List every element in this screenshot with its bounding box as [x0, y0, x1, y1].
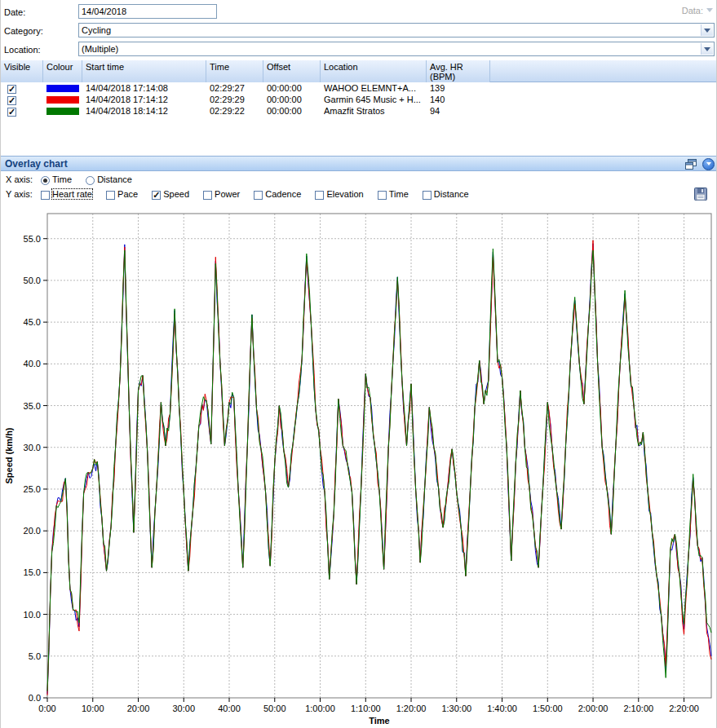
table-row[interactable]: 14/04/2018 17:14:12 02:29:29 00:00:00 Ga…: [1, 95, 717, 106]
svg-text:1:50:00: 1:50:00: [533, 704, 563, 713]
column-header-start-time[interactable]: Start time: [82, 60, 206, 82]
pace-checkbox[interactable]: [106, 191, 115, 200]
data-expander-icon[interactable]: [706, 6, 715, 16]
category-label: Category:: [4, 24, 43, 38]
overlay-chart-titlebar: Overlay chart: [1, 156, 717, 171]
svg-text:15.0: 15.0: [24, 567, 41, 577]
svg-text:2:10:00: 2:10:00: [623, 704, 653, 713]
location-select[interactable]: (Multiple): [78, 42, 715, 56]
column-header-avg-hr[interactable]: Avg. HR (BPM): [427, 60, 490, 82]
elevation-checkbox-label: Elevation: [326, 189, 363, 199]
heart-rate-checkbox[interactable]: [41, 191, 50, 200]
location-label: Location:: [4, 43, 41, 56]
detach-window-icon[interactable]: [685, 159, 697, 170]
yaxis-option-speed: Speed: [152, 188, 189, 201]
svg-text:1:20:00: 1:20:00: [396, 704, 427, 713]
column-header-location[interactable]: Location: [321, 60, 427, 82]
svg-text:0:00: 0:00: [38, 704, 55, 713]
speed-chart[interactable]: 0:0010:0020:0030:0040:0050:001:00:001:10…: [1, 205, 717, 728]
power-checkbox-label: Power: [215, 189, 240, 199]
offset-cell: 00:00:00: [267, 106, 321, 117]
date-input[interactable]: 14/04/2018: [78, 4, 217, 19]
svg-text:55.0: 55.0: [24, 234, 41, 244]
app-window: Date: 14/04/2018 Data: Category: Cycling…: [0, 0, 717, 728]
table-row[interactable]: 14/04/2018 18:14:12 02:29:22 00:00:00 Am…: [1, 106, 717, 117]
heart-rate-checkbox-label: Heart rate: [52, 189, 92, 199]
location-cell: Garmin 645 Music + H...: [324, 95, 427, 106]
location-value: (Multiple): [82, 44, 118, 54]
yaxis-option-pace: Pace: [106, 188, 138, 201]
distance-radio[interactable]: [86, 176, 95, 185]
cadence-checkbox-label: Cadence: [265, 189, 301, 199]
overlay-chart-canvas[interactable]: 0:0010:0020:0030:0040:0050:001:00:001:10…: [1, 205, 717, 728]
xaxis-option-distance: Distance: [86, 174, 132, 186]
yaxis-option-cadence: Cadence: [254, 188, 301, 201]
location-cell: Amazfit Stratos: [324, 106, 427, 117]
svg-text:Speed (km/h): Speed (km/h): [4, 427, 14, 483]
location-cell: WAHOO ELEMNT+A...: [324, 83, 427, 95]
yaxis-option-power: Power: [203, 188, 240, 201]
start-time-cell: 14/04/2018 17:14:12: [86, 95, 206, 106]
visible-checkbox[interactable]: [7, 108, 16, 117]
power-checkbox[interactable]: [203, 191, 212, 200]
category-select[interactable]: Cycling: [78, 23, 715, 38]
column-header-time[interactable]: Time: [206, 60, 263, 82]
svg-text:1:40:00: 1:40:00: [487, 704, 517, 713]
date-label: Date:: [4, 6, 25, 19]
svg-text:30.0: 30.0: [24, 443, 41, 452]
elevation-checkbox[interactable]: [315, 191, 324, 200]
avg-hr-cell: 140: [430, 95, 487, 106]
time-cell: 02:29:27: [210, 83, 263, 95]
svg-text:20:00: 20:00: [127, 704, 150, 713]
colour-swatch: [46, 85, 79, 92]
chevron-down-icon[interactable]: [701, 43, 713, 55]
distance-checkbox[interactable]: [423, 191, 432, 200]
speed-checkbox[interactable]: [152, 191, 161, 200]
avg-hr-cell: 94: [430, 106, 487, 117]
svg-text:25.0: 25.0: [24, 484, 41, 494]
svg-text:40:00: 40:00: [218, 704, 241, 713]
date-value: 14/04/2018: [82, 7, 126, 16]
time-checkbox[interactable]: [378, 191, 387, 200]
svg-text:20.0: 20.0: [24, 526, 41, 536]
distance-checkbox-label: Distance: [434, 189, 469, 199]
column-header-visible[interactable]: Visible: [1, 60, 43, 82]
svg-text:5.0: 5.0: [29, 651, 41, 661]
svg-text:1:10:00: 1:10:00: [351, 704, 381, 713]
distance-radio-label: Distance: [97, 174, 132, 184]
collapse-panel-button[interactable]: [702, 158, 715, 170]
table-row[interactable]: 14/04/2018 17:14:08 02:29:27 00:00:00 WA…: [1, 83, 717, 95]
svg-text:35.0: 35.0: [24, 401, 41, 411]
colour-swatch: [46, 96, 79, 104]
column-header-offset[interactable]: Offset: [263, 60, 321, 82]
svg-text:30:00: 30:00: [172, 704, 195, 713]
svg-text:Time: Time: [369, 716, 389, 726]
svg-text:45.0: 45.0: [24, 317, 41, 327]
y-axis-controls: Y axis: Heart rate Pace Speed Power Cade…: [6, 188, 480, 201]
svg-text:50:00: 50:00: [263, 704, 286, 713]
chevron-down-icon[interactable]: [701, 24, 713, 36]
category-value: Cycling: [82, 25, 111, 35]
time-cell: 02:29:29: [210, 95, 263, 106]
time-radio[interactable]: [41, 176, 50, 185]
visible-checkbox[interactable]: [7, 85, 16, 94]
save-chart-button[interactable]: [693, 187, 708, 201]
svg-text:10.0: 10.0: [24, 610, 41, 620]
svg-text:50.0: 50.0: [24, 276, 41, 285]
visible-checkbox[interactable]: [7, 96, 16, 105]
yaxis-option-distance: Distance: [423, 188, 469, 201]
column-header-colour[interactable]: Colour: [43, 60, 82, 82]
yaxis-option-time: Time: [378, 188, 409, 201]
pace-checkbox-label: Pace: [117, 189, 138, 199]
svg-text:2:20:00: 2:20:00: [669, 704, 699, 713]
start-time-cell: 14/04/2018 18:14:12: [86, 106, 206, 117]
y-axis-label: Y axis:: [6, 188, 38, 201]
x-axis-label: X axis:: [6, 174, 38, 186]
time-cell: 02:29:22: [210, 106, 263, 117]
cadence-checkbox[interactable]: [254, 191, 263, 200]
xaxis-option-time: Time: [41, 174, 72, 186]
yaxis-option-elevation: Elevation: [315, 188, 363, 201]
time-radio-label: Time: [52, 174, 72, 184]
offset-cell: 00:00:00: [267, 83, 321, 95]
start-time-cell: 14/04/2018 17:14:08: [86, 83, 206, 95]
